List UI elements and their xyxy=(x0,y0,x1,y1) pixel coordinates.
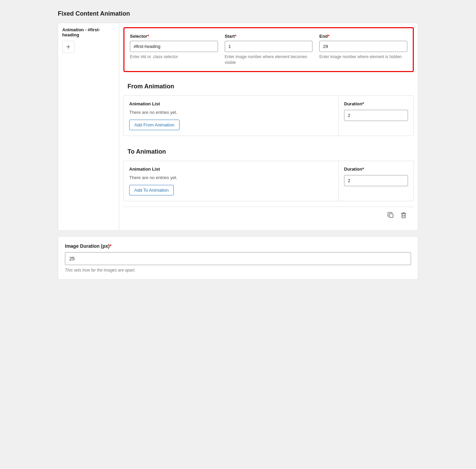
start-required-mark: * xyxy=(235,34,236,39)
start-hint: Enter image number where element becomes… xyxy=(225,54,313,66)
from-animation-list-label: Animation List xyxy=(129,101,333,106)
start-label: Start* xyxy=(225,34,313,39)
sidebar-item-label: Animation - #first-heading xyxy=(62,27,115,37)
sidebar: Animation - #first-heading + xyxy=(58,23,119,230)
to-duration-required-mark: * xyxy=(362,167,364,172)
image-duration-label: Image Duration (px)* xyxy=(65,243,411,249)
to-animation-duration-col: Duration* xyxy=(339,161,413,201)
end-required-mark: * xyxy=(328,34,329,39)
action-icons-row xyxy=(123,207,414,225)
end-label: End* xyxy=(319,34,407,39)
svg-rect-0 xyxy=(389,214,393,218)
start-input[interactable] xyxy=(225,41,313,52)
selector-hint: Enter #id or .class selector xyxy=(130,54,218,60)
end-input[interactable] xyxy=(319,41,407,52)
start-field: Start* Enter image number where element … xyxy=(225,34,320,66)
from-animation-no-entries: There are no entries yet. xyxy=(129,110,333,115)
to-duration-input[interactable] xyxy=(344,175,408,186)
add-from-animation-button[interactable]: Add From Animation xyxy=(129,120,180,130)
from-animation-duration-col: Duration* xyxy=(339,96,413,136)
copy-icon xyxy=(387,213,394,220)
copy-button[interactable] xyxy=(386,210,395,222)
add-to-animation-button[interactable]: Add To Animation xyxy=(129,185,174,195)
from-duration-label: Duration* xyxy=(344,101,408,106)
sidebar-add-button[interactable]: + xyxy=(62,41,74,53)
to-duration-label: Duration* xyxy=(344,167,408,172)
image-duration-hint: This sets how far the images are apart. xyxy=(65,268,411,273)
to-animation-no-entries: There are no entries yet. xyxy=(129,175,333,180)
to-animation-heading: To Animation xyxy=(119,141,418,161)
from-duration-required-mark: * xyxy=(362,101,364,106)
from-duration-input[interactable] xyxy=(344,110,408,121)
selector-input[interactable] xyxy=(130,41,218,52)
page-title: Fixed Content Animation xyxy=(58,10,418,17)
selector-field: Selector* Enter #id or .class selector xyxy=(130,34,225,66)
to-animation-section: Animation List There are no entries yet.… xyxy=(123,161,414,201)
trash-icon xyxy=(400,213,407,220)
end-hint: Enter image number where element is hidd… xyxy=(319,54,407,60)
from-animation-list-col: Animation List There are no entries yet.… xyxy=(124,96,339,136)
image-duration-input[interactable] xyxy=(65,252,411,265)
content-area: Selector* Enter #id or .class selector S… xyxy=(119,23,418,230)
selector-required-mark: * xyxy=(147,34,149,39)
selector-row: Selector* Enter #id or .class selector S… xyxy=(123,27,414,72)
from-animation-heading: From Animation xyxy=(119,76,418,95)
main-card: Animation - #first-heading + Selector* E… xyxy=(58,23,418,231)
to-animation-list-col: Animation List There are no entries yet.… xyxy=(124,161,339,201)
delete-button[interactable] xyxy=(399,210,408,222)
from-animation-section: Animation List There are no entries yet.… xyxy=(123,95,414,136)
end-field: End* Enter image number where element is… xyxy=(319,34,407,66)
image-duration-required-mark: * xyxy=(109,243,111,249)
image-duration-section: Image Duration (px)* This sets how far t… xyxy=(58,236,418,280)
selector-label: Selector* xyxy=(130,34,218,39)
to-animation-list-label: Animation List xyxy=(129,167,333,172)
svg-rect-1 xyxy=(402,213,405,218)
